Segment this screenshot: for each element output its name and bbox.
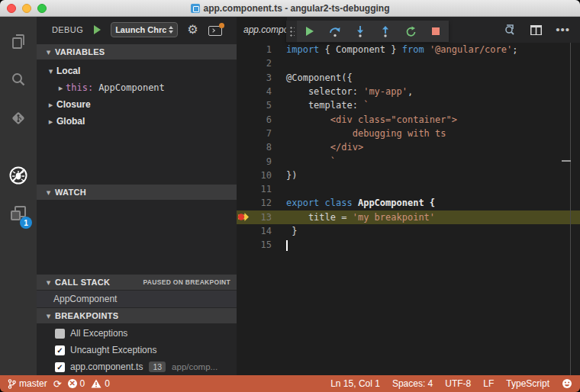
cursor-position-item[interactable]: Ln 15, Col 1: [330, 378, 380, 389]
code-line-13[interactable]: 13 title = 'my breakpoint': [237, 210, 580, 224]
split-editor-icon[interactable]: [530, 24, 543, 36]
code-text: `: [272, 156, 336, 167]
encoding-item[interactable]: UTF-8: [445, 378, 471, 389]
minimize-window-button[interactable]: [22, 4, 31, 13]
line-number: 10: [250, 170, 272, 181]
extensions-badge: 1: [20, 217, 32, 229]
step-into-button[interactable]: [347, 21, 372, 42]
breakpoint-label: app.component.ts: [70, 361, 143, 372]
step-out-button[interactable]: [373, 21, 398, 42]
breakpoints-section-header[interactable]: ▾ BREAKPOINTS: [37, 308, 237, 323]
call-stack-section-header[interactable]: ▾ CALL STACK PAUSED ON BREAKPOINT: [37, 275, 237, 290]
variables-section-header[interactable]: ▾ VARIABLES: [37, 44, 237, 59]
chevron-right-icon: ▸: [57, 83, 64, 93]
scope-local-label: Local: [56, 66, 80, 76]
code-text: [272, 239, 288, 251]
code-line-9[interactable]: 9 `: [237, 154, 580, 168]
variable-this-value: AppComponent: [98, 82, 165, 93]
code-line-4[interactable]: 4 selector: 'my-app',: [237, 85, 580, 98]
code-line-14[interactable]: 14 }: [237, 224, 580, 238]
close-window-button[interactable]: [7, 4, 16, 13]
line-number: 9: [250, 156, 272, 167]
variable-this-row[interactable]: ▸ this: AppComponent: [37, 79, 237, 96]
text-cursor: [286, 240, 288, 251]
code-text: debugging with ts: [272, 128, 446, 139]
breakpoint-current-line-icon[interactable]: [237, 212, 250, 222]
open-preview-icon[interactable]: [503, 24, 517, 36]
eol-item[interactable]: LF: [483, 378, 494, 389]
code-line-8[interactable]: 8 </div>: [237, 140, 580, 154]
stack-frame-row[interactable]: AppComponent: [37, 291, 237, 307]
maximize-window-button[interactable]: [37, 4, 47, 13]
start-debug-button[interactable]: [94, 25, 101, 34]
search-icon: [9, 71, 27, 89]
breakpoint-file-row[interactable]: app.component.ts 13 app/comp...: [37, 358, 237, 375]
errors-item[interactable]: ✕ 0: [68, 378, 85, 389]
checkbox-icon[interactable]: [55, 362, 65, 372]
debug-console-button[interactable]: [208, 24, 224, 36]
debug-config-dropdown[interactable]: Launch Chrc: [111, 22, 178, 37]
git-branch-item[interactable]: master: [8, 378, 47, 389]
window-controls: [7, 4, 47, 13]
code-line-10[interactable]: 10}): [237, 169, 580, 182]
scope-closure-row[interactable]: ▸ Closure: [37, 96, 237, 113]
activity-explorer-icon[interactable]: [0, 25, 37, 59]
watch-section-header[interactable]: ▾ WATCH: [37, 185, 237, 200]
console-notification-dot: [219, 23, 224, 28]
code-text: }): [272, 170, 297, 181]
restart-button[interactable]: [398, 21, 424, 42]
code-line-1[interactable]: 1import { Component } from '@angular/cor…: [237, 43, 580, 56]
code-line-5[interactable]: 5 template: `: [237, 98, 580, 112]
line-number: 11: [250, 184, 272, 194]
code-line-2[interactable]: 2: [237, 56, 580, 70]
code-line-12[interactable]: 12export class AppComponent {: [237, 196, 580, 210]
debug-bug-icon: [8, 165, 29, 186]
scope-global-label: Global: [56, 116, 85, 127]
code-text: title = 'my breakpoint': [272, 212, 435, 223]
code-line-11[interactable]: 11: [237, 182, 580, 196]
branch-name: master: [19, 378, 47, 389]
line-number: 2: [250, 58, 272, 69]
language-mode-item[interactable]: TypeScript: [506, 378, 549, 389]
code-line-15[interactable]: 15: [237, 238, 580, 252]
debug-config-label: Launch Chrc: [115, 25, 166, 34]
debug-settings-gear-icon[interactable]: ⚙: [187, 24, 198, 36]
code-area[interactable]: 1import { Component } from '@angular/cor…: [237, 43, 580, 375]
breakpoint-all-exceptions-row[interactable]: All Exceptions: [37, 325, 237, 342]
toolbar-drag-handle[interactable]: [286, 21, 297, 42]
breakpoint-uncaught-exceptions-row[interactable]: Uncaught Exceptions: [37, 342, 237, 358]
scope-global-row[interactable]: ▸ Global: [37, 113, 237, 130]
code-text: selector: 'my-app',: [272, 86, 413, 97]
line-number: 3: [250, 72, 272, 83]
code-line-6[interactable]: 6 <div class="container">: [237, 112, 580, 126]
chevron-down-icon: ▾: [45, 278, 52, 288]
chevron-right-icon: ▸: [47, 117, 54, 127]
stop-button[interactable]: [424, 21, 449, 42]
overview-ruler[interactable]: [570, 43, 571, 375]
scope-local-row[interactable]: ▾ Local: [37, 63, 237, 79]
code-line-3[interactable]: 3@Component({: [237, 71, 580, 85]
code-line-7[interactable]: 7 debugging with ts: [237, 127, 580, 140]
more-actions-icon[interactable]: •••: [556, 26, 570, 34]
checkbox-icon[interactable]: [55, 345, 65, 355]
step-over-button[interactable]: [322, 21, 347, 42]
window-title-group: app.component.ts - angular2-ts-debugging: [191, 3, 390, 14]
tab-app-component-ts[interactable]: app.component.ts: [237, 17, 287, 43]
activity-extensions-icon[interactable]: 1: [0, 197, 37, 230]
activity-source-control-icon[interactable]: [0, 101, 37, 135]
feedback-smiley-icon[interactable]: [562, 378, 572, 389]
code-text: export class AppComponent {: [272, 198, 435, 208]
continue-button[interactable]: [297, 21, 322, 42]
breakpoints-section-label: BREAKPOINTS: [55, 311, 118, 320]
scrollbar-marker: [562, 160, 571, 162]
checkbox-icon[interactable]: [55, 329, 65, 339]
watch-section-label: WATCH: [55, 188, 86, 197]
warnings-item[interactable]: 0: [91, 378, 110, 389]
activity-debug-icon[interactable]: [0, 159, 37, 192]
sync-icon[interactable]: ⟳: [53, 379, 62, 389]
indentation-item[interactable]: Spaces: 4: [392, 378, 433, 389]
vscode-app-icon: [191, 4, 200, 13]
code-text: @Component({: [272, 72, 353, 83]
code-text: import { Component } from '@angular/core…: [272, 44, 517, 55]
activity-search-icon[interactable]: [0, 63, 37, 97]
